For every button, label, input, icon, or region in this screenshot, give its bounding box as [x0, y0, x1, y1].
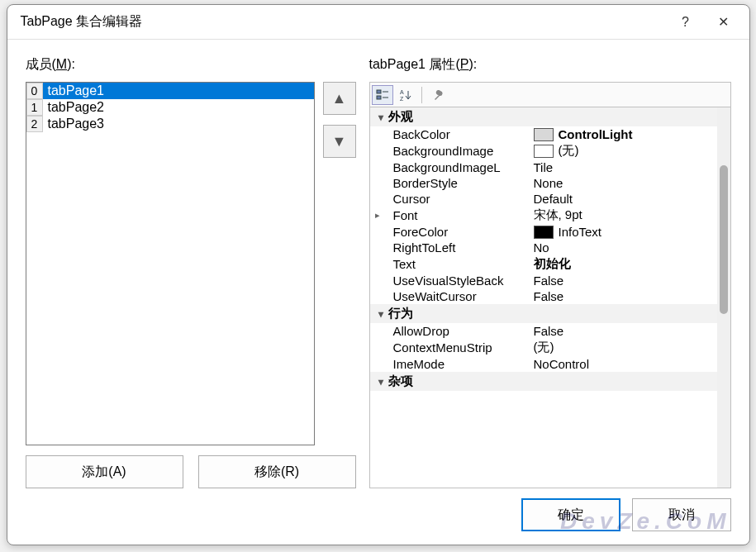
remove-button[interactable]: 移除(R) [198, 455, 356, 488]
property-value[interactable]: NoControl [534, 357, 717, 371]
property-value[interactable]: Default [534, 192, 717, 206]
svg-text:Z: Z [400, 96, 404, 102]
property-value-text: (无) [534, 340, 554, 355]
property-name: BackColor [385, 127, 534, 141]
list-item[interactable]: 2tabPage3 [26, 116, 314, 132]
properties-label: tabPage1 属性(P): [369, 56, 731, 74]
chevron-down-icon: ▾ [373, 308, 388, 320]
color-swatch [534, 145, 554, 158]
chevron-down-icon: ▾ [373, 376, 388, 388]
move-down-button[interactable]: ▼ [323, 125, 356, 158]
property-category[interactable]: ▾杂项 [370, 372, 717, 391]
property-name: UseVisualStyleBack [385, 274, 534, 288]
list-item[interactable]: 0tabPage1 [26, 83, 314, 99]
property-value[interactable]: 初始化 [534, 256, 717, 272]
property-row[interactable]: BackColorControlLight [370, 126, 717, 142]
property-row[interactable]: UseVisualStyleBackFalse [370, 273, 717, 288]
property-row[interactable]: UseWaitCursorFalse [370, 288, 717, 304]
property-name: ContextMenuStrip [385, 340, 534, 355]
members-listbox[interactable]: 0tabPage11tabPage22tabPage3 [26, 82, 315, 445]
categorized-view-button[interactable] [372, 85, 393, 105]
alpha-sort-icon: AZ [399, 88, 412, 102]
arrow-down-icon: ▼ [332, 133, 347, 150]
property-value-text: ControlLight [559, 127, 633, 141]
property-row[interactable]: BorderStyleNone [370, 175, 717, 191]
color-swatch [534, 128, 554, 141]
svg-rect-0 [377, 90, 381, 93]
dialog-footer: 确定 取消 DevZe.CoM [7, 495, 749, 545]
property-row[interactable]: BackgroundImageLTile [370, 159, 717, 175]
property-row[interactable]: ImeModeNoControl [370, 356, 717, 372]
list-item-label: tabPage2 [43, 99, 314, 116]
property-category[interactable]: ▾外观 [370, 107, 717, 126]
properties-panel: tabPage1 属性(P): AZ ▾外观BackColorControlLi… [369, 56, 731, 488]
property-value-text: InfoText [559, 225, 602, 239]
list-item-label: tabPage1 [43, 83, 314, 99]
property-name: Font [385, 208, 534, 222]
list-item[interactable]: 1tabPage2 [26, 99, 314, 116]
move-up-button[interactable]: ▲ [323, 82, 356, 115]
property-scroll-area[interactable]: ▾外观BackColorControlLightBackgroundImage(… [370, 107, 717, 488]
dialog-content: 成员(M): 0tabPage11tabPage22tabPage3 ▲ ▼ 添… [7, 40, 749, 495]
property-row[interactable]: BackgroundImage(无) [370, 142, 717, 159]
property-row[interactable]: ForeColorInfoText [370, 224, 717, 240]
property-value[interactable]: Tile [534, 160, 717, 174]
list-item-label: tabPage3 [43, 116, 314, 132]
property-value-text: False [534, 289, 564, 303]
property-value-text: NoControl [534, 357, 590, 371]
collection-editor-dialog: TabPage 集合编辑器 ? ✕ 成员(M): 0tabPage11tabPa… [7, 4, 750, 545]
property-toolbar: AZ [369, 82, 731, 107]
close-button[interactable]: ✕ [705, 9, 743, 36]
cancel-button[interactable]: 取消 [632, 498, 731, 531]
property-name: Cursor [385, 192, 534, 206]
property-category[interactable]: ▾行为 [370, 304, 717, 323]
help-button[interactable]: ? [667, 9, 705, 36]
category-label: 行为 [388, 306, 413, 321]
property-name: BackgroundImageL [385, 160, 534, 174]
property-value[interactable]: False [534, 274, 717, 288]
property-value[interactable]: False [534, 289, 717, 303]
scrollbar[interactable] [717, 107, 730, 488]
property-name: ImeMode [385, 357, 534, 371]
property-name: UseWaitCursor [385, 289, 534, 303]
property-row[interactable]: ▸Font宋体, 9pt [370, 207, 717, 224]
svg-text:A: A [400, 89, 404, 95]
toolbar-separator [421, 87, 422, 103]
alphabetical-view-button[interactable]: AZ [395, 85, 416, 105]
chevron-right-icon[interactable]: ▸ [370, 210, 385, 221]
list-index: 1 [26, 99, 43, 116]
ok-button[interactable]: 确定 [521, 498, 620, 531]
arrow-up-icon: ▲ [332, 90, 347, 107]
property-value[interactable]: InfoText [534, 225, 717, 239]
property-value-text: 宋体, 9pt [534, 207, 582, 223]
add-button[interactable]: 添加(A) [26, 455, 183, 488]
svg-rect-1 [377, 96, 381, 99]
scrollbar-thumb[interactable] [720, 165, 728, 314]
property-value-text: None [534, 176, 563, 190]
property-name: AllowDrop [385, 324, 534, 338]
reorder-buttons: ▲ ▼ [323, 82, 356, 445]
property-value[interactable]: (无) [534, 340, 717, 355]
property-value-text: No [534, 240, 549, 255]
property-row[interactable]: RightToLeftNo [370, 240, 717, 255]
dialog-title: TabPage 集合编辑器 [21, 13, 667, 31]
property-row[interactable]: Text初始化 [370, 255, 717, 273]
category-label: 外观 [388, 109, 413, 125]
property-value[interactable]: (无) [534, 143, 717, 159]
property-value-text: (无) [559, 143, 579, 159]
property-row[interactable]: ContextMenuStrip(无) [370, 339, 717, 356]
property-value[interactable]: No [534, 240, 717, 255]
property-value[interactable]: None [534, 176, 717, 190]
wrench-icon [431, 88, 445, 102]
property-row[interactable]: AllowDropFalse [370, 323, 717, 339]
property-grid: ▾外观BackColorControlLightBackgroundImage(… [369, 107, 731, 488]
property-row[interactable]: CursorDefault [370, 191, 717, 207]
property-pages-button[interactable] [427, 85, 449, 105]
category-label: 杂项 [388, 374, 413, 389]
property-value-text: 初始化 [534, 256, 571, 272]
property-value[interactable]: 宋体, 9pt [534, 207, 717, 223]
property-value[interactable]: ControlLight [534, 127, 717, 141]
property-value-text: False [534, 274, 564, 288]
property-value[interactable]: False [534, 324, 717, 338]
property-name: RightToLeft [385, 240, 534, 255]
